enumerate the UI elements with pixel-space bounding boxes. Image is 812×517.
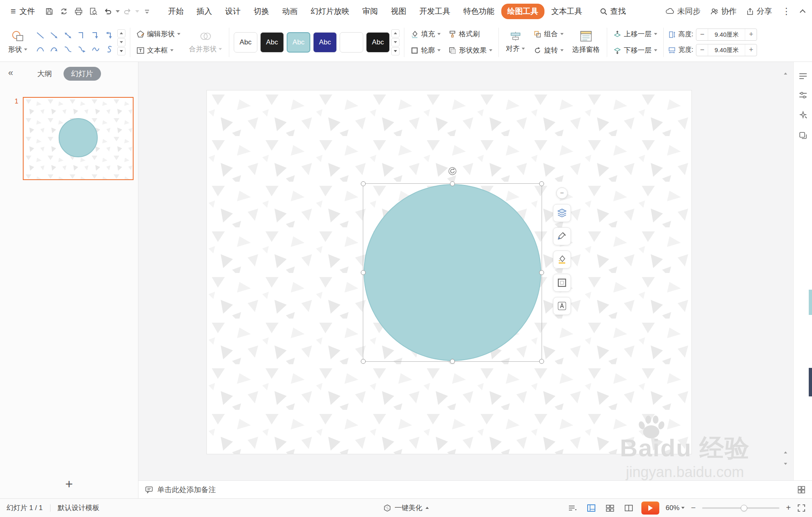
canvas-scrollbar[interactable] <box>783 64 789 477</box>
undo-dropdown-caret-icon[interactable] <box>116 10 120 13</box>
shape-style-tile-selected[interactable]: Abc <box>287 32 310 53</box>
zoom-in-button[interactable]: + <box>786 503 791 513</box>
shapes-button[interactable]: 形状 <box>6 29 30 55</box>
resize-handle-top-right[interactable] <box>539 181 544 186</box>
reading-view-button[interactable] <box>623 502 635 514</box>
gallery-scroll-down-button[interactable] <box>117 38 125 46</box>
zoom-out-button[interactable]: − <box>691 503 696 513</box>
fit-slide-button[interactable] <box>797 504 805 512</box>
tab-slides[interactable]: 幻灯片 <box>64 67 101 81</box>
next-slide-icon[interactable] <box>784 463 787 465</box>
editing-canvas[interactable]: − <box>138 62 793 480</box>
shape-outline-button[interactable]: 轮廓 <box>409 44 442 57</box>
collaborate-button[interactable]: 协作 <box>710 6 737 17</box>
undo-button[interactable] <box>101 4 120 18</box>
scroll-up-icon[interactable] <box>784 73 787 75</box>
tab-review[interactable]: 审阅 <box>356 4 384 19</box>
tab-home[interactable]: 开始 <box>162 4 190 19</box>
redo-button[interactable] <box>121 4 139 18</box>
shape-style-tile[interactable]: Abc <box>313 32 337 53</box>
height-value[interactable]: 9.40厘米 <box>708 29 745 40</box>
collapse-panel-button[interactable]: « <box>8 68 13 78</box>
slide[interactable]: − <box>207 90 691 454</box>
resize-handle-bottom[interactable] <box>450 359 455 364</box>
tab-drawing-tools[interactable]: 绘图工具 <box>501 4 544 19</box>
shape-squiggle[interactable] <box>90 44 102 55</box>
shape-style-tile[interactable]: Abc <box>234 32 257 53</box>
format-painter-button[interactable]: 格式刷 <box>447 28 494 40</box>
style-scroll-up-button[interactable] <box>391 29 399 37</box>
shape-curve-arrow[interactable] <box>48 44 60 55</box>
resource-pane-button[interactable] <box>799 131 808 139</box>
selected-shape-circle[interactable] <box>364 184 541 361</box>
height-decrease-button[interactable]: − <box>696 30 708 39</box>
toolbar-more-button[interactable] <box>140 4 154 18</box>
tab-insert[interactable]: 插入 <box>191 4 218 19</box>
collapse-float-toolbar-button[interactable]: − <box>556 187 568 199</box>
outline-style-button[interactable] <box>553 274 571 292</box>
tab-design[interactable]: 设计 <box>219 4 247 19</box>
gallery-more-button[interactable] <box>117 47 125 55</box>
resize-handle-top[interactable] <box>450 181 455 186</box>
resize-handle-bottom-right[interactable] <box>539 359 544 364</box>
search-box[interactable]: 查找 <box>600 6 626 17</box>
zoom-slider-thumb[interactable] <box>741 505 747 511</box>
merge-shapes-button[interactable]: 合并形状 <box>187 30 224 55</box>
tab-view[interactable]: 视图 <box>385 4 413 19</box>
send-backward-button[interactable]: 下移一层 <box>612 44 659 57</box>
fill-button[interactable]: 填充 <box>409 28 442 40</box>
shape-freeform-s[interactable] <box>103 44 116 55</box>
text-box-button[interactable]: 文本框 <box>135 44 182 57</box>
print-button[interactable] <box>72 4 86 18</box>
width-decrease-button[interactable]: − <box>696 46 708 54</box>
tab-text-tools[interactable]: 文本工具 <box>545 4 588 19</box>
save-button[interactable] <box>42 4 56 18</box>
redo-dropdown-caret-icon[interactable] <box>135 10 139 13</box>
resize-handle-left[interactable] <box>361 270 366 275</box>
tab-developer[interactable]: 开发工具 <box>413 4 456 19</box>
group-button[interactable]: 组合 <box>532 28 565 40</box>
shape-elbow-double-arrow[interactable] <box>103 30 116 41</box>
fill-color-button[interactable] <box>553 251 571 268</box>
normal-view-button[interactable] <box>585 502 597 514</box>
tab-slideshow[interactable]: 幻灯片放映 <box>305 4 356 19</box>
shape-style-tile[interactable]: Abc <box>260 32 284 53</box>
edit-shape-button[interactable]: 编辑形状 <box>135 28 182 40</box>
notes-bar[interactable]: 单击此处添加备注 <box>138 480 812 498</box>
object-properties-button[interactable] <box>799 91 808 99</box>
previous-slide-icon[interactable] <box>784 451 787 453</box>
gallery-scroll-up-button[interactable] <box>117 29 125 37</box>
zoom-slider[interactable] <box>702 505 779 511</box>
shape-line-arrow[interactable] <box>48 30 60 41</box>
smart-beautify-pane-button[interactable] <box>799 111 808 120</box>
shape-line[interactable] <box>34 30 46 41</box>
brush-style-button[interactable] <box>553 227 571 245</box>
style-more-button[interactable] <box>391 47 399 55</box>
shape-curve[interactable] <box>34 44 46 55</box>
width-increase-button[interactable]: + <box>745 46 757 54</box>
sync-status[interactable]: 未同步 <box>665 6 700 17</box>
align-button[interactable]: 对齐 <box>503 30 527 54</box>
tab-outline[interactable]: 大纲 <box>37 69 52 79</box>
shape-style-tile[interactable] <box>340 32 363 53</box>
slide-sorter-view-button[interactable] <box>604 502 616 514</box>
shape-effects-button[interactable]: 形状效果 <box>447 44 494 57</box>
output-convert-button[interactable] <box>57 4 71 18</box>
resize-handle-top-left[interactable] <box>361 181 366 186</box>
rotate-handle[interactable] <box>448 167 457 176</box>
tab-transition[interactable]: 切换 <box>248 4 275 19</box>
slide-thumbnail[interactable] <box>23 97 134 180</box>
text-options-button[interactable] <box>553 297 571 315</box>
resize-handle-bottom-left[interactable] <box>361 359 366 364</box>
shape-style-tile[interactable]: Abc <box>366 32 390 53</box>
task-pane-menu-button[interactable] <box>799 73 808 80</box>
rotate-button[interactable]: 旋转 <box>532 44 565 57</box>
tab-animation[interactable]: 动画 <box>276 4 304 19</box>
layer-options-button[interactable] <box>553 204 571 222</box>
more-options-button[interactable]: ⋮ <box>782 6 791 17</box>
resize-handle-right[interactable] <box>539 270 544 275</box>
shape-line-double-arrow[interactable] <box>62 30 74 41</box>
slideshow-play-button[interactable] <box>641 502 659 515</box>
shape-elbow-arrow[interactable] <box>90 30 102 41</box>
main-menu-icon[interactable]: ≡ <box>11 6 16 17</box>
